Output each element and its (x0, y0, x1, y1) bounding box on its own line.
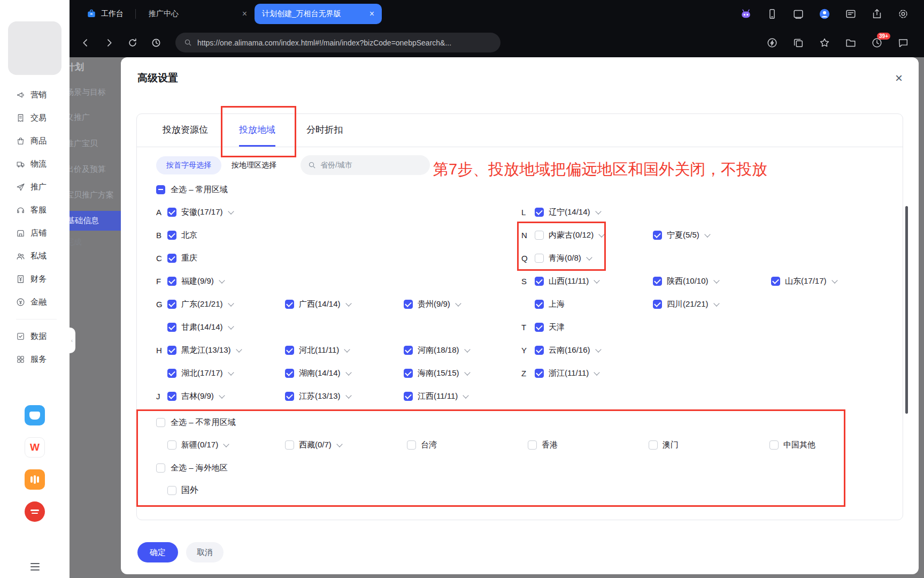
region-item-甘肃[interactable]: 甘肃(14/14) (167, 322, 233, 332)
checkbox[interactable] (535, 346, 544, 355)
menu-icon[interactable] (30, 563, 40, 571)
tablet-icon[interactable] (792, 8, 804, 20)
chevron-down-icon[interactable] (345, 392, 351, 398)
chevron-down-icon[interactable] (704, 231, 710, 237)
checkbox[interactable] (167, 231, 176, 240)
close-icon[interactable]: × (895, 72, 903, 85)
chevron-down-icon[interactable] (236, 346, 242, 352)
chevron-down-icon[interactable] (228, 208, 234, 214)
region-item-黑龙江[interactable]: 黑龙江(13/13) (167, 345, 241, 355)
checkbox[interactable] (156, 418, 165, 427)
region-item-新疆[interactable]: 新疆(0/17) (167, 440, 228, 450)
pill-by-geo[interactable]: 按地理区选择 (221, 156, 287, 174)
hand-app-icon[interactable] (25, 469, 45, 490)
chevron-down-icon[interactable] (224, 441, 229, 447)
copy-icon[interactable] (792, 37, 804, 49)
share-icon[interactable] (871, 8, 883, 20)
region-item-台湾[interactable]: 台湾 (407, 440, 437, 450)
region-item-香港[interactable]: 香港 (528, 440, 558, 450)
sidebar-item-shop[interactable]: 店铺 (16, 222, 70, 245)
close-icon[interactable]: × (369, 9, 374, 19)
chevron-down-icon[interactable] (344, 346, 350, 352)
checkbox[interactable] (167, 346, 176, 355)
folder-icon[interactable] (845, 37, 857, 49)
checkbox[interactable] (167, 440, 176, 450)
region-item-澳门[interactable]: 澳门 (649, 440, 679, 450)
checkbox[interactable] (167, 323, 176, 332)
region-item-天津[interactable]: 天津 (535, 322, 565, 332)
chevron-down-icon[interactable] (219, 392, 225, 398)
checkbox[interactable] (167, 277, 176, 286)
checkbox[interactable] (528, 440, 537, 450)
checkbox[interactable] (535, 369, 544, 378)
checkbox[interactable] (653, 300, 662, 309)
checkbox[interactable] (404, 346, 413, 355)
checkbox[interactable] (771, 277, 780, 286)
region-item-北京[interactable]: 北京 (167, 230, 197, 240)
tab-time-discount[interactable]: 分时折扣 (306, 114, 343, 147)
region-item-浙江[interactable]: 浙江(11/11) (535, 368, 599, 378)
red-app-icon[interactable] (25, 501, 45, 522)
checkbox[interactable] (407, 440, 416, 450)
chevron-down-icon[interactable] (455, 300, 461, 306)
checkbox[interactable] (285, 300, 294, 309)
close-icon[interactable]: × (242, 9, 247, 19)
region-item-辽宁[interactable]: 辽宁(14/14) (535, 207, 600, 217)
region-item-青海[interactable]: 青海(0/8) (535, 253, 591, 263)
chevron-down-icon[interactable] (345, 369, 351, 375)
region-item-内蒙古[interactable]: 内蒙古(0/12) (535, 230, 604, 240)
back-icon[interactable] (80, 37, 91, 48)
region-item-广东[interactable]: 广东(21/21) (167, 299, 233, 309)
avatar[interactable] (819, 8, 830, 20)
region-item-山东[interactable]: 山东(17/17) (771, 276, 837, 286)
chevron-down-icon[interactable] (586, 254, 592, 260)
checkbox[interactable] (535, 323, 544, 332)
checkbox[interactable] (653, 277, 662, 286)
region-item-中国其他[interactable]: 中国其他 (769, 440, 815, 450)
checkbox[interactable] (535, 231, 544, 240)
tab-targeting-region[interactable]: 投放地域 (239, 114, 275, 147)
chevron-down-icon[interactable] (713, 277, 719, 283)
chevron-down-icon[interactable] (595, 208, 601, 214)
checkbox[interactable] (404, 300, 413, 309)
province-search-input[interactable]: 省份/城市 (301, 155, 430, 175)
checkbox[interactable] (156, 185, 165, 194)
sidebar-item-services[interactable]: 服务 (16, 348, 70, 371)
checkbox[interactable] (653, 231, 662, 240)
region-item-重庆[interactable]: 重庆 (167, 253, 197, 263)
region-item-江苏[interactable]: 江苏(13/13) (285, 391, 351, 401)
sidebar-item-marketing[interactable]: 营销 (16, 83, 70, 107)
cancel-button[interactable]: 取消 (186, 542, 224, 562)
tab-plan-create[interactable]: 计划创建_万相台无界版 × (255, 4, 382, 24)
sidebar-item-goods[interactable]: 商品 (16, 130, 70, 153)
blue-app-icon[interactable] (25, 405, 45, 425)
checkbox[interactable] (167, 486, 176, 495)
region-item-海南[interactable]: 海南(15/15) (404, 368, 469, 378)
region-item-国外[interactable]: 国外 (167, 485, 198, 496)
checkbox[interactable] (167, 208, 176, 217)
region-item-云南[interactable]: 云南(16/16) (535, 345, 600, 355)
url-bar[interactable]: https://one.alimama.com/index.html#!/mai… (175, 33, 500, 52)
confirm-button[interactable]: 确定 (137, 542, 178, 562)
sidebar-item-promotion[interactable]: 推广 (16, 176, 70, 199)
checkbox[interactable] (535, 254, 544, 263)
clock-icon[interactable]: 39+ (871, 37, 883, 49)
star-icon[interactable] (819, 37, 830, 49)
chevron-down-icon[interactable] (464, 369, 470, 375)
region-item-吉林[interactable]: 吉林(9/9) (167, 391, 224, 401)
card-icon[interactable] (845, 8, 857, 20)
chevron-down-icon[interactable] (463, 392, 469, 398)
sidebar-item-private-domain[interactable]: 私域 (16, 245, 70, 268)
chevron-down-icon[interactable] (336, 441, 342, 447)
assistant-mascot-icon[interactable] (740, 8, 752, 20)
checkbox[interactable] (535, 208, 544, 217)
checkbox[interactable] (167, 392, 176, 401)
checkbox[interactable] (285, 346, 294, 355)
region-item-广西[interactable]: 广西(14/14) (285, 299, 351, 309)
chevron-down-icon[interactable] (345, 300, 351, 306)
wangwang-app-icon[interactable]: W (25, 437, 45, 458)
chevron-down-icon[interactable] (464, 346, 470, 352)
sidebar-item-capital[interactable]: 金融 (16, 291, 70, 314)
chevron-down-icon[interactable] (228, 300, 234, 306)
checkbox[interactable] (285, 369, 294, 378)
